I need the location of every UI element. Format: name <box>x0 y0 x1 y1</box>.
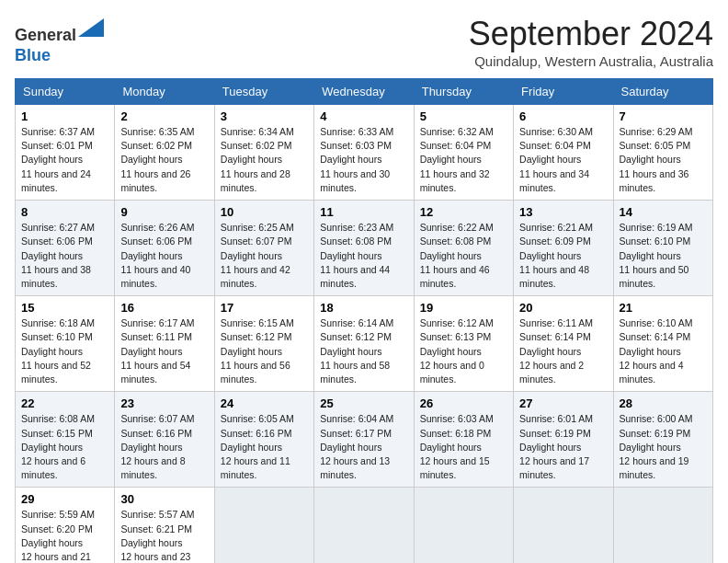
calendar-header-row: SundayMondayTuesdayWednesdayThursdayFrid… <box>16 79 713 105</box>
day-number: 29 <box>21 492 108 506</box>
table-row: 25Sunrise: 6:04 AMSunset: 6:17 PMDayligh… <box>314 392 414 488</box>
day-number: 10 <box>221 205 308 219</box>
day-number: 5 <box>420 109 507 123</box>
table-row: 23Sunrise: 6:07 AMSunset: 6:16 PMDayligh… <box>115 392 214 488</box>
table-row: 22Sunrise: 6:08 AMSunset: 6:15 PMDayligh… <box>16 392 115 488</box>
day-number: 17 <box>221 301 308 315</box>
day-info: Sunrise: 6:01 AMSunset: 6:19 PMDaylight … <box>519 412 607 482</box>
table-row <box>314 488 414 563</box>
table-row: 7Sunrise: 6:29 AMSunset: 6:05 PMDaylight… <box>613 105 712 201</box>
title-block: September 2024 Quindalup, Western Austra… <box>469 15 713 69</box>
table-row: 29Sunrise: 5:59 AMSunset: 6:20 PMDayligh… <box>16 488 115 563</box>
day-number: 19 <box>420 301 507 315</box>
table-row: 15Sunrise: 6:18 AMSunset: 6:10 PMDayligh… <box>16 296 115 392</box>
table-row: 21Sunrise: 6:10 AMSunset: 6:14 PMDayligh… <box>613 296 712 392</box>
day-header-monday: Monday <box>115 79 214 105</box>
calendar-table: SundayMondayTuesdayWednesdayThursdayFrid… <box>15 78 713 563</box>
table-row: 12Sunrise: 6:22 AMSunset: 6:08 PMDayligh… <box>414 201 513 296</box>
day-info: Sunrise: 5:59 AMSunset: 6:20 PMDaylight … <box>21 508 108 563</box>
day-info: Sunrise: 6:29 AMSunset: 6:05 PMDaylight … <box>620 125 707 195</box>
day-info: Sunrise: 6:35 AMSunset: 6:02 PMDaylight … <box>120 125 208 195</box>
day-info: Sunrise: 6:07 AMSunset: 6:16 PMDaylight … <box>120 412 208 482</box>
day-number: 20 <box>519 301 607 315</box>
day-number: 14 <box>620 205 707 219</box>
calendar-week-row: 1Sunrise: 6:37 AMSunset: 6:01 PMDaylight… <box>16 105 713 201</box>
table-row: 2Sunrise: 6:35 AMSunset: 6:02 PMDaylight… <box>115 105 214 201</box>
day-info: Sunrise: 6:04 AMSunset: 6:17 PMDaylight … <box>320 412 407 482</box>
day-number: 26 <box>420 396 507 410</box>
logo-general: General <box>15 26 76 44</box>
table-row: 4Sunrise: 6:33 AMSunset: 6:03 PMDaylight… <box>314 105 414 201</box>
day-info: Sunrise: 6:21 AMSunset: 6:09 PMDaylight … <box>519 221 607 291</box>
table-row <box>214 488 313 563</box>
table-row: 19Sunrise: 6:12 AMSunset: 6:13 PMDayligh… <box>414 296 513 392</box>
day-info: Sunrise: 6:08 AMSunset: 6:15 PMDaylight … <box>21 412 108 482</box>
day-number: 8 <box>21 205 108 219</box>
table-row: 27Sunrise: 6:01 AMSunset: 6:19 PMDayligh… <box>514 392 613 488</box>
day-number: 21 <box>620 301 707 315</box>
location: Quindalup, Western Australia, Australia <box>469 53 713 69</box>
day-info: Sunrise: 6:32 AMSunset: 6:04 PMDaylight … <box>420 125 507 195</box>
day-header-thursday: Thursday <box>414 79 513 105</box>
day-info: Sunrise: 6:15 AMSunset: 6:12 PMDaylight … <box>221 316 308 386</box>
day-number: 23 <box>120 396 208 410</box>
table-row <box>613 488 712 563</box>
day-number: 2 <box>120 109 208 123</box>
logo-icon <box>78 15 104 40</box>
calendar-body: 1Sunrise: 6:37 AMSunset: 6:01 PMDaylight… <box>16 105 713 564</box>
day-number: 27 <box>519 396 607 410</box>
day-info: Sunrise: 6:14 AMSunset: 6:12 PMDaylight … <box>320 316 407 386</box>
table-row: 18Sunrise: 6:14 AMSunset: 6:12 PMDayligh… <box>314 296 414 392</box>
table-row: 16Sunrise: 6:17 AMSunset: 6:11 PMDayligh… <box>115 296 214 392</box>
table-row: 30Sunrise: 5:57 AMSunset: 6:21 PMDayligh… <box>115 488 214 563</box>
day-info: Sunrise: 6:37 AMSunset: 6:01 PMDaylight … <box>21 125 108 195</box>
table-row <box>514 488 613 563</box>
day-info: Sunrise: 6:10 AMSunset: 6:14 PMDaylight … <box>620 316 707 386</box>
day-info: Sunrise: 6:22 AMSunset: 6:08 PMDaylight … <box>420 221 507 291</box>
table-row: 24Sunrise: 6:05 AMSunset: 6:16 PMDayligh… <box>214 392 313 488</box>
day-header-sunday: Sunday <box>16 79 115 105</box>
logo-blue: Blue <box>15 46 51 64</box>
day-info: Sunrise: 6:33 AMSunset: 6:03 PMDaylight … <box>320 125 407 195</box>
day-number: 15 <box>21 301 108 315</box>
day-info: Sunrise: 6:03 AMSunset: 6:18 PMDaylight … <box>420 412 507 482</box>
day-info: Sunrise: 5:57 AMSunset: 6:21 PMDaylight … <box>120 508 208 563</box>
day-number: 18 <box>320 301 407 315</box>
day-number: 25 <box>320 396 407 410</box>
day-info: Sunrise: 6:25 AMSunset: 6:07 PMDaylight … <box>221 221 308 291</box>
day-header-friday: Friday <box>514 79 613 105</box>
table-row: 13Sunrise: 6:21 AMSunset: 6:09 PMDayligh… <box>514 201 613 296</box>
day-number: 24 <box>221 396 308 410</box>
day-number: 7 <box>620 109 707 123</box>
day-number: 6 <box>519 109 607 123</box>
day-info: Sunrise: 6:27 AMSunset: 6:06 PMDaylight … <box>21 221 108 291</box>
table-row: 26Sunrise: 6:03 AMSunset: 6:18 PMDayligh… <box>414 392 513 488</box>
calendar-week-row: 15Sunrise: 6:18 AMSunset: 6:10 PMDayligh… <box>16 296 713 392</box>
table-row: 11Sunrise: 6:23 AMSunset: 6:08 PMDayligh… <box>314 201 414 296</box>
calendar-week-row: 8Sunrise: 6:27 AMSunset: 6:06 PMDaylight… <box>16 201 713 296</box>
table-row: 9Sunrise: 6:26 AMSunset: 6:06 PMDaylight… <box>115 201 214 296</box>
month-title: September 2024 <box>469 15 713 53</box>
day-number: 9 <box>120 205 208 219</box>
page-header: General Blue September 2024 Quindalup, W… <box>15 15 713 69</box>
table-row: 10Sunrise: 6:25 AMSunset: 6:07 PMDayligh… <box>214 201 313 296</box>
table-row: 3Sunrise: 6:34 AMSunset: 6:02 PMDaylight… <box>214 105 313 201</box>
day-number: 11 <box>320 205 407 219</box>
day-info: Sunrise: 6:30 AMSunset: 6:04 PMDaylight … <box>519 125 607 195</box>
day-info: Sunrise: 6:26 AMSunset: 6:06 PMDaylight … <box>120 221 208 291</box>
table-row: 14Sunrise: 6:19 AMSunset: 6:10 PMDayligh… <box>613 201 712 296</box>
day-number: 13 <box>519 205 607 219</box>
day-info: Sunrise: 6:34 AMSunset: 6:02 PMDaylight … <box>221 125 308 195</box>
day-number: 28 <box>620 396 707 410</box>
table-row: 1Sunrise: 6:37 AMSunset: 6:01 PMDaylight… <box>16 105 115 201</box>
day-info: Sunrise: 6:12 AMSunset: 6:13 PMDaylight … <box>420 316 507 386</box>
table-row: 20Sunrise: 6:11 AMSunset: 6:14 PMDayligh… <box>514 296 613 392</box>
table-row: 17Sunrise: 6:15 AMSunset: 6:12 PMDayligh… <box>214 296 313 392</box>
svg-marker-0 <box>78 18 104 37</box>
logo: General Blue <box>15 15 104 65</box>
day-info: Sunrise: 6:11 AMSunset: 6:14 PMDaylight … <box>519 316 607 386</box>
day-info: Sunrise: 6:19 AMSunset: 6:10 PMDaylight … <box>620 221 707 291</box>
day-info: Sunrise: 6:17 AMSunset: 6:11 PMDaylight … <box>120 316 208 386</box>
day-header-saturday: Saturday <box>613 79 712 105</box>
calendar-week-row: 22Sunrise: 6:08 AMSunset: 6:15 PMDayligh… <box>16 392 713 488</box>
